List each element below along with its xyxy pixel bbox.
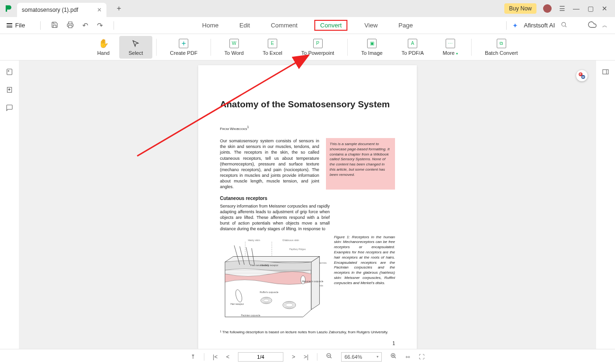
tool-toimage[interactable]: ▣To Image xyxy=(351,36,392,59)
toimage-label: To Image xyxy=(361,50,382,56)
separator xyxy=(506,21,507,30)
image-icon: ▣ xyxy=(367,39,377,48)
close-window-icon[interactable]: ✕ xyxy=(601,5,608,12)
page-input[interactable] xyxy=(238,352,283,362)
createpdf-icon: + xyxy=(179,39,188,48)
svg-point-1 xyxy=(562,22,565,26)
file-label: File xyxy=(15,22,25,29)
right-rail xyxy=(596,61,615,349)
powerpoint-icon: P xyxy=(313,39,323,48)
more-icon: ⋯ xyxy=(446,39,455,48)
tool-toexcel[interactable]: ETo Excel xyxy=(253,36,292,59)
svg-text:Merkel's receptor: Merkel's receptor xyxy=(261,264,278,266)
scroll-top-icon[interactable]: ⤒ xyxy=(191,354,195,360)
separator xyxy=(156,39,157,56)
svg-text:Glabrous skin: Glabrous skin xyxy=(282,238,299,241)
zoom-in-icon[interactable] xyxy=(390,353,397,361)
print-icon[interactable] xyxy=(67,21,74,30)
menu-edit[interactable]: Edit xyxy=(236,20,254,31)
next-page-icon[interactable]: > xyxy=(292,354,295,360)
select-label: Select xyxy=(129,50,143,56)
search-icon[interactable] xyxy=(561,21,567,29)
svg-text:P: P xyxy=(580,73,581,76)
tool-more[interactable]: ⋯More ▾ xyxy=(433,36,467,59)
close-tab-icon[interactable]: ✕ xyxy=(97,7,102,13)
svg-point-23 xyxy=(283,301,296,309)
word-icon: W xyxy=(229,39,239,48)
menu-view[interactable]: View xyxy=(360,20,381,31)
separator xyxy=(114,21,114,30)
tool-hand[interactable]: ✋Hand xyxy=(88,36,119,59)
excel-icon: E xyxy=(268,39,277,48)
tool-select[interactable]: Select xyxy=(119,36,153,59)
menu-page[interactable]: Page xyxy=(395,20,416,31)
bookmarks-icon[interactable]: + xyxy=(6,86,13,95)
quick-word-fab[interactable]: PW xyxy=(576,70,588,81)
sparkle-icon: ✦ xyxy=(512,22,518,29)
zoom-out-icon[interactable] xyxy=(326,353,333,361)
svg-rect-0 xyxy=(69,25,72,27)
file-menu[interactable]: File xyxy=(0,22,32,29)
fit-width-icon[interactable]: ⇿ xyxy=(405,354,410,360)
tab-title: somatosensory (1).pdf xyxy=(22,7,78,13)
main-menu: Home Edit Comment Convert View Page xyxy=(198,20,416,31)
doc-title: Anatomy of the Somatosensory System xyxy=(220,98,395,111)
convert-ribbon: ✋Hand Select +Create PDF WTo Word ETo Ex… xyxy=(0,34,615,61)
svg-text:Pacinian corpuscle: Pacinian corpuscle xyxy=(241,314,261,316)
separator xyxy=(211,39,211,56)
thumbnails-icon[interactable] xyxy=(6,68,13,78)
svg-text:+: + xyxy=(8,87,10,92)
prev-page-icon[interactable]: < xyxy=(226,354,229,360)
toword-label: To Word xyxy=(224,50,244,56)
svg-text:Meissner's corpuscle: Meissner's corpuscle xyxy=(302,280,324,282)
toexcel-label: To Excel xyxy=(263,50,282,56)
cloud-icon[interactable] xyxy=(588,20,597,30)
fullscreen-icon[interactable]: ⛶ xyxy=(419,354,424,360)
tool-toword[interactable]: WTo Word xyxy=(215,36,253,59)
svg-text:Ruffini's corpuscle: Ruffini's corpuscle xyxy=(260,291,278,294)
maximize-icon[interactable]: ▢ xyxy=(587,5,594,12)
user-avatar[interactable] xyxy=(543,4,552,13)
zoom-value: 66.64% xyxy=(344,354,362,360)
svg-text:Hairy skin: Hairy skin xyxy=(248,238,260,241)
svg-point-3 xyxy=(8,70,9,71)
footnote: ¹ The following description is based on … xyxy=(220,329,395,335)
ai-label[interactable]: Afirstsoft AI xyxy=(524,22,555,29)
page-viewport[interactable]: Anatomy of the Somatosensory System From… xyxy=(19,61,596,349)
left-rail: + xyxy=(0,61,19,349)
batch-label: Batch Convert xyxy=(485,50,518,56)
menubar: File ↶ ↷ Home Edit Comment Convert View … xyxy=(0,17,615,34)
zoom-select[interactable]: 66.64%▾ xyxy=(341,352,382,362)
undo-icon[interactable]: ↶ xyxy=(82,21,88,30)
separator xyxy=(40,21,41,30)
last-page-icon[interactable]: >| xyxy=(304,354,308,360)
panel-toggle-icon[interactable] xyxy=(602,68,609,78)
collapse-icon[interactable]: ︽ xyxy=(602,22,606,29)
first-page-icon[interactable]: |< xyxy=(213,354,218,360)
separator xyxy=(317,353,317,361)
intro-paragraph: Our somatosensory system consists of sen… xyxy=(220,138,319,190)
tool-topowerpoint[interactable]: PTo Powerpoint xyxy=(292,36,344,59)
tool-createpdf[interactable]: +Create PDF xyxy=(160,36,207,59)
document-tab[interactable]: somatosensory (1).pdf ✕ xyxy=(17,3,106,17)
topowerpoint-label: To Powerpoint xyxy=(301,50,334,56)
comments-icon[interactable] xyxy=(6,104,13,113)
batch-icon: ⧉ xyxy=(497,39,506,48)
menu-comment[interactable]: Comment xyxy=(267,20,301,31)
cutaneous-paragraph: Sensory information from Meissner corpus… xyxy=(220,203,330,232)
heading-cutaneous: Cutaneous receptors xyxy=(220,195,395,202)
save-icon[interactable] xyxy=(51,21,58,30)
new-tab-button[interactable]: + xyxy=(113,3,124,14)
minimize-icon[interactable]: — xyxy=(572,5,580,12)
more-label: More ▾ xyxy=(443,50,458,56)
svg-line-40 xyxy=(330,357,332,358)
tool-batch[interactable]: ⧉Batch Convert xyxy=(475,36,527,59)
hamburger-icon[interactable]: ☰ xyxy=(558,5,566,12)
hand-icon: ✋ xyxy=(99,39,108,48)
menu-home[interactable]: Home xyxy=(198,20,222,31)
buy-now-button[interactable]: Buy Now xyxy=(504,3,536,14)
redo-icon[interactable]: ↷ xyxy=(97,21,103,30)
page-number: 1 xyxy=(220,340,395,347)
tool-topdfa[interactable]: ATo PDF/A xyxy=(392,36,433,59)
menu-convert[interactable]: Convert xyxy=(315,20,348,31)
